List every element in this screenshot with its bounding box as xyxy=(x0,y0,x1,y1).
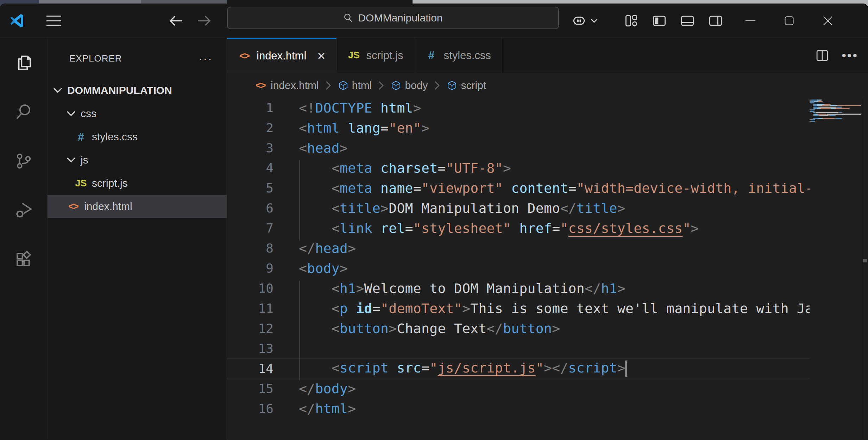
code-token: "stylesheet" xyxy=(413,221,511,236)
split-editor-icon[interactable] xyxy=(815,48,830,63)
code-token: title xyxy=(577,200,617,216)
indent-guide xyxy=(299,281,300,301)
code-token: > xyxy=(503,160,511,176)
line-number: 15 xyxy=(227,381,273,396)
code-token: h1 xyxy=(601,281,617,296)
tab-script.js[interactable]: JSscript.js xyxy=(336,38,414,73)
code-token: name xyxy=(372,180,413,196)
code-token: js/script.js xyxy=(438,360,535,376)
breadcrumb-item-html[interactable]: html xyxy=(338,79,372,91)
tree-item-js[interactable]: js xyxy=(48,148,227,172)
code-token: p xyxy=(340,301,348,316)
tab-index.html[interactable]: <>index.html✕ xyxy=(227,38,336,73)
code-token: <! xyxy=(299,100,315,116)
code-token: body xyxy=(315,381,348,396)
explorer-title: EXPLORER xyxy=(69,53,199,64)
code-token: DOCTYPE xyxy=(315,100,372,116)
editor-scrollbar[interactable] xyxy=(862,98,868,440)
code-token: < xyxy=(332,360,340,376)
vscode-window: DOMManipulation xyxy=(0,4,868,440)
code-token xyxy=(299,281,332,296)
search-sidebar-icon[interactable] xyxy=(0,87,48,136)
minimap[interactable] xyxy=(810,98,862,440)
breadcrumb-item-body[interactable]: body xyxy=(391,79,428,91)
tab-close-icon[interactable]: ✕ xyxy=(317,50,326,62)
navigate-back-icon[interactable] xyxy=(168,4,184,38)
explorer-header: EXPLORER ··· xyxy=(48,38,227,79)
code-token: = xyxy=(552,221,560,236)
run-debug-icon[interactable] xyxy=(0,186,48,235)
minimap-line xyxy=(810,108,862,109)
source-control-icon[interactable] xyxy=(0,136,48,186)
navigate-forward-icon[interactable] xyxy=(196,4,212,38)
code-token: > xyxy=(691,221,699,236)
code-token: ></ xyxy=(544,360,568,376)
code-token: " xyxy=(536,360,544,376)
code-line: 14 <script src="js/script.js"></script> xyxy=(227,358,810,378)
code-line-text: <title>DOM Manipulation Demo</title> xyxy=(273,200,625,216)
code-token: > xyxy=(340,140,348,156)
code-token xyxy=(299,301,332,316)
tab-styles.css[interactable]: #styles.css xyxy=(414,38,502,73)
code-token: < xyxy=(332,160,340,176)
code-line: 9<body> xyxy=(227,258,810,278)
minimap-line xyxy=(810,100,862,101)
toggle-panel-icon[interactable] xyxy=(677,13,698,28)
code-line-text: </body> xyxy=(273,381,356,396)
symbol-cube-icon xyxy=(391,80,401,91)
code-token: > xyxy=(413,100,421,116)
code-line-text: <html lang="en"> xyxy=(273,120,429,136)
tree-item-label: index.html xyxy=(84,200,132,212)
tree-item-index.html[interactable]: <>index.html xyxy=(48,195,227,218)
menu-hamburger-icon[interactable] xyxy=(46,4,62,38)
explorer-more-actions-icon[interactable]: ··· xyxy=(199,57,213,60)
breadcrumb-item-script[interactable]: script xyxy=(447,79,486,91)
window-maximize-button[interactable] xyxy=(770,4,808,38)
tree-item-script.js[interactable]: JSscript.js xyxy=(48,172,227,195)
code-token: > xyxy=(552,321,560,336)
code-token: Welcome to DOM Manipulation xyxy=(364,281,585,296)
code-token: Change Text xyxy=(397,321,486,336)
code-token: "demoText" xyxy=(380,301,462,316)
minimap-line xyxy=(810,118,862,119)
toggle-primary-sidebar-icon[interactable] xyxy=(648,13,670,28)
code-token: head xyxy=(315,241,348,256)
breadcrumb-label: script xyxy=(461,79,486,91)
breadcrumb-item-index.html[interactable]: <>index.html xyxy=(254,79,319,91)
code-line-text xyxy=(273,341,332,356)
code-line: 4 <meta charset="UTF-8"> xyxy=(227,158,810,178)
code-editor[interactable]: 1<!DOCTYPE html>2<html lang="en">3<head>… xyxy=(227,98,868,440)
extensions-icon[interactable] xyxy=(0,235,48,284)
command-center-search[interactable]: DOMManipulation xyxy=(227,7,559,29)
code-token: </ xyxy=(560,200,576,216)
line-number: 16 xyxy=(227,401,273,416)
code-token: html xyxy=(307,120,340,136)
tree-item-css[interactable]: css xyxy=(48,102,227,125)
breadcrumb-label: html xyxy=(352,79,372,91)
tree-item-root-folder[interactable]: DOMMANIPULATION xyxy=(48,79,227,102)
code-token: = xyxy=(372,301,380,316)
code-line: 11 <p id="demoText">This is some text we… xyxy=(227,298,810,318)
code-line-text: <meta name="viewport" content="width=dev… xyxy=(273,180,810,196)
tree-item-styles.css[interactable]: #styles.css xyxy=(48,125,227,148)
minimap-line xyxy=(810,111,862,112)
css-file-icon: # xyxy=(425,49,438,62)
toggle-secondary-sidebar-icon[interactable] xyxy=(705,13,727,28)
customize-layout-icon[interactable] xyxy=(620,13,642,28)
code-token: > xyxy=(348,241,356,256)
code-token: < xyxy=(299,261,307,276)
code-token: < xyxy=(332,281,340,296)
code-token: src xyxy=(389,360,421,376)
code-token: link xyxy=(340,221,372,236)
window-close-button[interactable] xyxy=(809,4,847,38)
code-token: < xyxy=(332,180,340,196)
editor-more-actions-icon[interactable]: ••• xyxy=(842,48,858,63)
code-line-text: <body> xyxy=(273,261,348,276)
code-token: > xyxy=(389,321,397,336)
code-token: content xyxy=(503,180,568,196)
window-minimize-button[interactable] xyxy=(731,4,769,38)
breadcrumb-separator-icon xyxy=(378,81,384,90)
explorer-icon[interactable] xyxy=(0,38,48,87)
code-token: = xyxy=(405,221,413,236)
copilot-button[interactable] xyxy=(571,4,598,38)
